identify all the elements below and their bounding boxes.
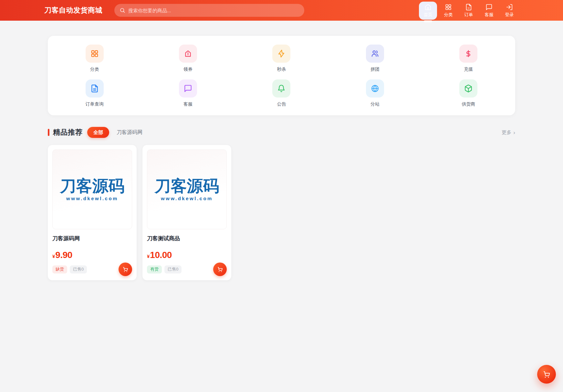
tile xyxy=(179,45,197,63)
nav-item-label: 登录 xyxy=(505,12,514,18)
price-amount: 9.90 xyxy=(55,250,72,260)
quick-item-label: 领券 xyxy=(183,67,193,72)
nav-item-home[interactable]: 首页 xyxy=(419,2,437,20)
tile xyxy=(86,79,104,98)
filter-all-button[interactable]: 全部 xyxy=(87,127,109,138)
bell-icon xyxy=(277,84,286,93)
product-image-subtitle: www.dkewl.com xyxy=(66,196,118,201)
grid-icon xyxy=(90,49,99,58)
quick-item-label: 订单查询 xyxy=(86,101,104,107)
product-image-subtitle: www.dkewl.com xyxy=(161,196,213,201)
quick-item-label: 分站 xyxy=(370,101,380,107)
product-image-title: 刀客源码 xyxy=(60,178,125,194)
quick-item-suppliers[interactable]: 供货商 xyxy=(422,79,515,107)
cart-icon xyxy=(542,370,551,378)
chevron-right-icon: › xyxy=(513,130,515,135)
nav-item-support[interactable]: 客服 xyxy=(480,2,498,20)
cart-icon xyxy=(122,266,129,273)
main-nav: 首页 分类 订单 客服 登录 xyxy=(419,1,518,20)
product-image: 刀客源码 www.dkewl.com xyxy=(147,150,227,229)
nav-item-login[interactable]: 登录 xyxy=(500,2,518,20)
quick-item-categories[interactable]: 分类 xyxy=(48,45,141,72)
globe-icon xyxy=(371,84,379,93)
quick-item-label: 分类 xyxy=(90,67,99,72)
nav-item-label: 订单 xyxy=(464,12,473,18)
product-card[interactable]: 刀客源码 www.dkewl.com 刀客源码网 ¥ 9.90 缺货 已售0 xyxy=(48,145,137,280)
price-amount: 10.00 xyxy=(150,250,172,260)
quick-item-label: 秒杀 xyxy=(277,67,286,72)
chat-icon xyxy=(485,4,493,11)
section-header: 精品推荐 全部 刀客源码网 更多 › xyxy=(48,127,515,138)
quick-item-announcements[interactable]: 公告 xyxy=(235,79,328,107)
currency-symbol: ¥ xyxy=(52,253,55,259)
add-to-cart-button[interactable] xyxy=(119,263,132,276)
section-accent-bar xyxy=(48,129,49,136)
nav-item-label: 客服 xyxy=(485,12,494,18)
tile xyxy=(459,45,477,63)
users-icon xyxy=(371,49,379,58)
quick-item-label: 客服 xyxy=(183,101,193,107)
stock-badge: 有货 xyxy=(147,265,162,273)
quick-item-recharge[interactable]: 充值 xyxy=(422,45,515,72)
search-icon xyxy=(120,7,125,13)
coupon-icon xyxy=(184,49,192,58)
tile xyxy=(86,45,104,63)
quick-item-substations[interactable]: 分站 xyxy=(328,79,422,107)
quick-item-group-buy[interactable]: 拼团 xyxy=(328,45,422,72)
login-icon xyxy=(506,4,513,11)
quick-menu-panel: 分类 领券 秒杀 xyxy=(48,36,515,115)
quick-item-support[interactable]: 客服 xyxy=(141,79,235,107)
more-link[interactable]: 更多 › xyxy=(502,129,515,136)
dollar-icon xyxy=(464,49,473,58)
grid-icon xyxy=(445,4,452,11)
product-image-title: 刀客源码 xyxy=(155,178,219,194)
more-label: 更多 xyxy=(502,129,511,136)
main-content: 分类 领券 秒杀 xyxy=(48,36,515,280)
tile xyxy=(459,79,477,98)
sold-badge: 已售0 xyxy=(164,265,182,273)
file-text-icon xyxy=(90,84,99,93)
lightning-icon xyxy=(277,49,286,58)
floating-cart-button[interactable] xyxy=(537,365,556,384)
chat-icon xyxy=(184,84,192,93)
nav-item-categories[interactable]: 分类 xyxy=(439,2,457,20)
package-icon xyxy=(464,84,473,93)
tile xyxy=(272,79,290,98)
product-meta: 有货 已售0 xyxy=(147,263,227,276)
search-input[interactable] xyxy=(128,8,299,13)
nav-item-label: 首页 xyxy=(424,12,433,18)
site-logo[interactable]: 刀客自动发货商城 xyxy=(44,5,102,15)
quick-item-label: 充值 xyxy=(464,67,473,72)
quick-item-label: 拼团 xyxy=(370,67,380,72)
product-price: ¥ 10.00 xyxy=(147,250,227,260)
quick-item-label: 公告 xyxy=(277,101,286,107)
stock-badge: 缺货 xyxy=(52,265,67,273)
tile xyxy=(366,79,384,98)
category-tab[interactable]: 刀客源码网 xyxy=(117,129,142,136)
nav-item-label: 分类 xyxy=(444,12,453,18)
product-card[interactable]: 刀客源码 www.dkewl.com 刀客测试商品 ¥ 10.00 有货 已售0 xyxy=(142,145,231,280)
quick-item-label: 供货商 xyxy=(462,101,475,107)
product-price: ¥ 9.90 xyxy=(52,250,132,260)
home-icon xyxy=(424,4,432,11)
nav-item-orders[interactable]: 订单 xyxy=(460,2,478,20)
quick-item-order-lookup[interactable]: 订单查询 xyxy=(48,79,141,107)
tile xyxy=(272,45,290,63)
currency-symbol: ¥ xyxy=(147,253,150,259)
search-bar[interactable] xyxy=(114,4,304,17)
active-tab-indicator xyxy=(424,20,432,22)
file-icon xyxy=(465,4,472,11)
quick-item-flash-sale[interactable]: 秒杀 xyxy=(235,45,328,72)
product-image: 刀客源码 www.dkewl.com xyxy=(52,150,132,229)
tile xyxy=(179,79,197,98)
tile xyxy=(366,45,384,63)
add-to-cart-button[interactable] xyxy=(213,263,227,276)
cart-icon xyxy=(217,266,223,273)
product-title: 刀客源码网 xyxy=(52,235,132,242)
sold-badge: 已售0 xyxy=(70,265,87,273)
product-list: 刀客源码 www.dkewl.com 刀客源码网 ¥ 9.90 缺货 已售0 刀 xyxy=(48,145,515,280)
product-meta: 缺货 已售0 xyxy=(52,263,132,276)
top-navbar: 刀客自动发货商城 首页 分类 订单 xyxy=(0,0,563,21)
section-title: 精品推荐 xyxy=(53,128,83,137)
quick-item-coupons[interactable]: 领券 xyxy=(141,45,235,72)
